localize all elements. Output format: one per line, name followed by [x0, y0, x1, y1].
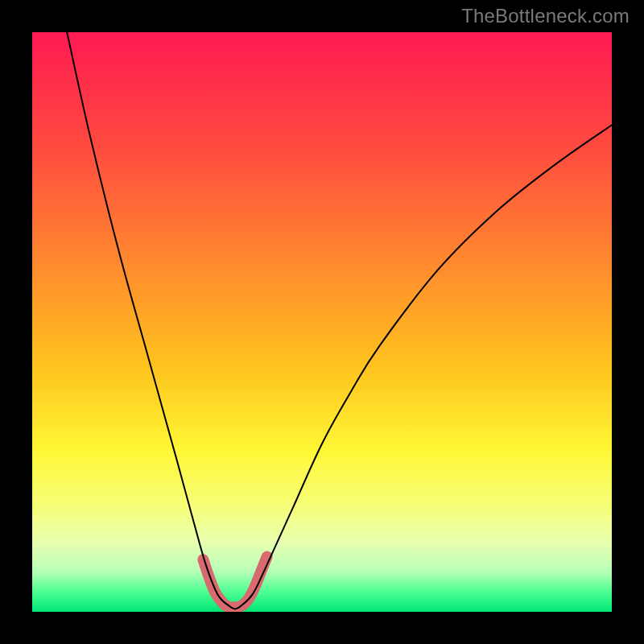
- chart-frame: TheBottleneck.com: [0, 0, 644, 644]
- plot-area: [32, 32, 612, 612]
- watermark-text: TheBottleneck.com: [461, 5, 630, 27]
- bottleneck-curve: [67, 32, 612, 609]
- curve-layer: [32, 32, 612, 612]
